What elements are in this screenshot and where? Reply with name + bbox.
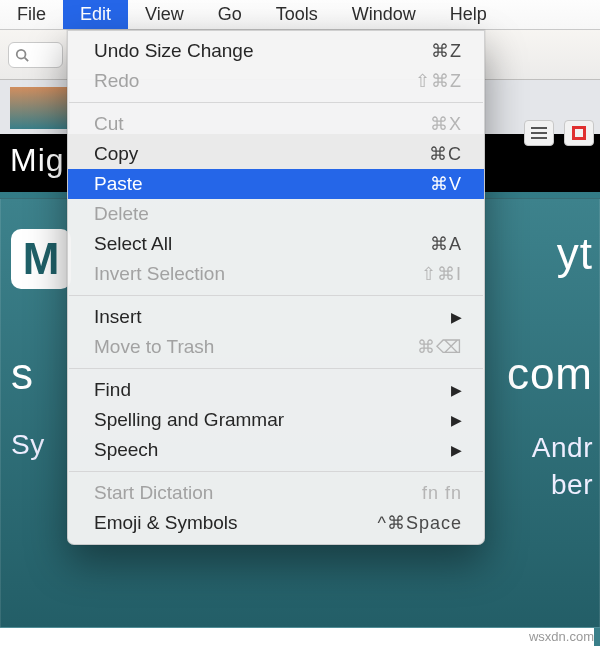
menu-delete[interactable]: Delete: [68, 199, 484, 229]
menubar-edit[interactable]: Edit: [63, 0, 128, 29]
bg-text-fragment: Sy: [11, 429, 45, 461]
menu-insert[interactable]: Insert ▶: [68, 302, 484, 332]
bg-text-fragment: Andr: [532, 432, 593, 464]
markup-shape-button[interactable]: [564, 120, 594, 146]
menubar-go[interactable]: Go: [201, 0, 259, 29]
magnifier-icon: [15, 48, 29, 62]
bg-text-fragment: com: [507, 349, 593, 399]
menu-emoji-symbols[interactable]: Emoji & Symbols ^⌘Space: [68, 508, 484, 538]
menubar-window[interactable]: Window: [335, 0, 433, 29]
menu-separator: [69, 471, 483, 472]
menubar-file[interactable]: File: [0, 0, 63, 29]
edit-menu-dropdown: Undo Size Change ⌘Z Redo ⇧⌘Z Cut ⌘X Copy…: [67, 30, 485, 545]
site-logo: M: [11, 229, 71, 289]
right-tool-group: [524, 120, 594, 146]
bg-text-fragment: ber: [551, 469, 593, 501]
bg-text-fragment: s: [11, 349, 34, 399]
banner-text-fragment: Mig: [10, 142, 65, 178]
chevron-right-icon: ▶: [451, 382, 462, 398]
svg-point-0: [17, 49, 26, 58]
menu-separator: [69, 295, 483, 296]
menu-cut[interactable]: Cut ⌘X: [68, 109, 484, 139]
menu-paste[interactable]: Paste ⌘V: [68, 169, 484, 199]
menu-undo[interactable]: Undo Size Change ⌘Z: [68, 36, 484, 66]
list-view-button[interactable]: [524, 120, 554, 146]
svg-line-1: [25, 57, 29, 61]
menubar-tools[interactable]: Tools: [259, 0, 335, 29]
page-thumbnail[interactable]: [10, 87, 70, 129]
watermark: wsxdn.com: [0, 628, 594, 646]
menu-copy[interactable]: Copy ⌘C: [68, 139, 484, 169]
menu-redo[interactable]: Redo ⇧⌘Z: [68, 66, 484, 96]
chevron-right-icon: ▶: [451, 442, 462, 458]
menu-find[interactable]: Find ▶: [68, 375, 484, 405]
menu-invert-selection[interactable]: Invert Selection ⇧⌘I: [68, 259, 484, 289]
menu-select-all[interactable]: Select All ⌘A: [68, 229, 484, 259]
menubar-view[interactable]: View: [128, 0, 201, 29]
system-menubar: File Edit View Go Tools Window Help: [0, 0, 600, 30]
chevron-right-icon: ▶: [451, 309, 462, 325]
menu-speech[interactable]: Speech ▶: [68, 435, 484, 465]
menubar-help[interactable]: Help: [433, 0, 504, 29]
bg-text-fragment: yt: [557, 229, 593, 279]
menu-start-dictation[interactable]: Start Dictation fn fn: [68, 478, 484, 508]
menu-move-to-trash[interactable]: Move to Trash ⌘⌫: [68, 332, 484, 362]
menu-separator: [69, 368, 483, 369]
search-input[interactable]: [8, 42, 63, 68]
menu-separator: [69, 102, 483, 103]
menu-spelling-grammar[interactable]: Spelling and Grammar ▶: [68, 405, 484, 435]
chevron-right-icon: ▶: [451, 412, 462, 428]
